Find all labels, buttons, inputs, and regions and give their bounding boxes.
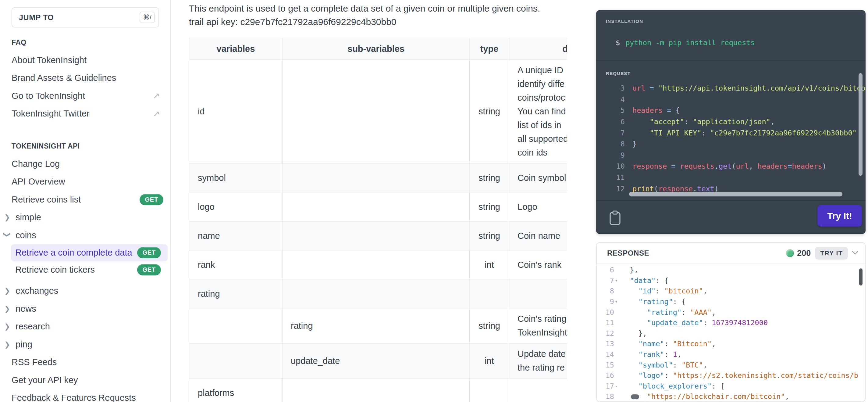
sidebar-item-simple[interactable]: ❯simple (0, 209, 170, 227)
jump-to-search[interactable]: JUMP TO ⌘/ (11, 7, 159, 27)
code-line: 10response = requests.get(url, headers=h… (596, 161, 866, 172)
collapse-caret-icon[interactable]: ▾ (615, 279, 618, 283)
endpoint-description: This endpoint is used to get a complete … (189, 2, 567, 29)
copy-to-clipboard-button[interactable] (610, 210, 621, 225)
collapse-caret-icon[interactable]: ▾ (615, 384, 618, 388)
chevron-collapsed-icon[interactable]: ❯ (4, 322, 16, 331)
sidebar-item-news[interactable]: ❯news (0, 300, 170, 318)
sidebar-item-rss-feeds[interactable]: RSS Feeds (0, 353, 170, 372)
description-line: Coin name (518, 229, 567, 243)
request-code: 3url = "https://api.tokeninsight.com/api… (596, 83, 866, 194)
code-line-content: "rank": 1, (621, 350, 681, 359)
cell-variable (189, 308, 282, 343)
chevron-expanded-icon[interactable]: ❯ (4, 231, 16, 239)
cell-description: Logo (509, 193, 567, 222)
status-code: 200 (797, 249, 811, 258)
sidebar-item-tokeninsight-twitter[interactable]: TokenInsight Twitter↗ (0, 105, 170, 123)
cell-type (470, 279, 509, 308)
line-number: 6 (597, 266, 614, 274)
sidebar-item-label: Retrieve coin tickers (15, 265, 95, 275)
keyboard-shortcut-badge: ⌘/ (140, 11, 155, 23)
cell-variable (189, 343, 282, 378)
code-line-content: response = requests.get(url, headers=hea… (632, 162, 827, 171)
sidebar-item-feedback-features-requests[interactable]: Feedback & Features Requests (0, 389, 170, 402)
description-line: Coin's rank (518, 258, 567, 272)
chevron-collapsed-icon[interactable]: ❯ (4, 287, 16, 295)
description-line: the rating re (518, 361, 567, 375)
description-line: Coin symbol (518, 171, 567, 185)
table-row: ratingstringCoin's ratingTokenInsight (189, 308, 567, 343)
line-number: 5 (596, 106, 625, 115)
code-line: 7▾ "data": { (597, 276, 865, 286)
sidebar-item-get-your-api-key[interactable]: Get your API key (0, 371, 170, 389)
sidebar-item-api-overview[interactable]: API Overview (0, 173, 170, 191)
response-try-it-chip[interactable]: TRY IT (815, 247, 848, 260)
response-example-selector[interactable] (851, 251, 859, 256)
table-row: rankintCoin's rank (189, 251, 567, 279)
sidebar-item-brand-assets-guidelines[interactable]: Brand Assets & Guidelines (0, 69, 170, 87)
endpoint-description-line1: This endpoint is used to get a complete … (189, 2, 567, 15)
description-line: Update date (518, 347, 567, 361)
sidebar-item-coins[interactable]: ❯coins (0, 226, 170, 244)
code-line-content: "rating": "AAA", (621, 308, 716, 317)
sidebar-item-go-to-tokeninsight[interactable]: Go to TokenInsight↗ (0, 87, 170, 105)
chevron-collapsed-icon[interactable]: ❯ (4, 305, 16, 313)
code-line-content: "TI_API_KEY": "c29e7b7fc21792aa96f69229c… (632, 129, 857, 137)
sidebar: JUMP TO ⌘/ FAQAbout TokenInsightBrand As… (0, 0, 171, 402)
jump-to-label: JUMP TO (19, 13, 54, 22)
sidebar-item-retrieve-a-coin-complete-data[interactable]: Retrieve a coin complete dataGET (11, 244, 167, 261)
code-panel: INSTALLATION $python -m pip install requ… (596, 10, 866, 234)
line-number: 7 (596, 129, 625, 137)
cell-variable: name (189, 222, 282, 251)
chevron-collapsed-icon[interactable]: ❯ (4, 213, 16, 222)
line-number: 13 (597, 340, 614, 348)
table-row: symbolstringCoin symbol (189, 164, 567, 193)
cell-type: string (470, 222, 509, 251)
sidebar-item-label: About TokenInsight (11, 55, 87, 65)
line-number: 16 (597, 371, 614, 380)
collapsed-content-marker[interactable] (631, 394, 639, 399)
sidebar-item-about-tokeninsight[interactable]: About TokenInsight (0, 51, 170, 69)
code-line: 18 "https://blockchair.com/bitcoin", (597, 391, 865, 402)
code-line: 11 "update_date": 1673974812000 (597, 317, 865, 328)
description-line: coin ids (518, 146, 567, 160)
cell-variable: id (189, 60, 282, 164)
description-line: coins/protoc (518, 91, 567, 105)
sidebar-item-ping[interactable]: ❯ping (0, 336, 170, 353)
cell-sub-variable (282, 251, 470, 279)
sidebar-item-retrieve-coin-tickers[interactable]: Retrieve coin tickersGET (11, 261, 167, 279)
sidebar-item-label: Feedback & Features Requests (11, 393, 136, 402)
code-line-content: } (632, 140, 637, 148)
cell-sub-variable: rating (282, 308, 470, 343)
code-line-content: "logo": "https://s2.tokeninsight.com/sta… (621, 371, 858, 380)
collapse-caret-icon[interactable]: ▾ (615, 300, 618, 304)
cell-variable: logo (189, 193, 282, 222)
request-horizontal-scrollbar[interactable] (629, 192, 842, 196)
request-vertical-scrollbar[interactable] (859, 73, 863, 176)
sidebar-item-exchanges[interactable]: ❯exchanges (0, 282, 170, 300)
sidebar-item-change-log[interactable]: Change Log (0, 155, 170, 173)
sidebar-item-label: ping (16, 340, 32, 349)
sidebar-item-retrieve-coins-list[interactable]: Retrieve coins listGET (0, 191, 170, 209)
description-line: A unique ID (518, 63, 567, 77)
sidebar-item-research[interactable]: ❯research (0, 318, 170, 336)
line-number: 12 (596, 184, 625, 193)
line-number: 17 (597, 382, 614, 391)
variables-table: variablessub-variablestypedescription id… (189, 38, 567, 402)
main-content: This endpoint is used to get a complete … (189, 0, 567, 402)
response-code: 6 },7▾ "data": {8 "id": "bitcoin",9▾ "ra… (597, 264, 865, 402)
sidebar-item-label: Go to TokenInsight (11, 91, 85, 101)
line-number: 9 (596, 151, 625, 160)
line-number: 10 (596, 162, 625, 171)
code-line: 15 "symbol": "BTC", (597, 360, 865, 370)
response-scrollbar[interactable] (859, 268, 863, 286)
request-section: REQUEST 3url = "https://api.tokeninsight… (596, 61, 866, 201)
chevron-collapsed-icon[interactable]: ❯ (4, 340, 16, 349)
installation-title: INSTALLATION (606, 19, 856, 24)
external-link-icon: ↗ (153, 91, 160, 100)
line-number: 7 (597, 276, 614, 285)
try-it-button[interactable]: Try It! (817, 205, 862, 227)
cell-type: string (470, 164, 509, 193)
table-row: rating (189, 279, 567, 308)
code-line: 9 (596, 150, 866, 161)
